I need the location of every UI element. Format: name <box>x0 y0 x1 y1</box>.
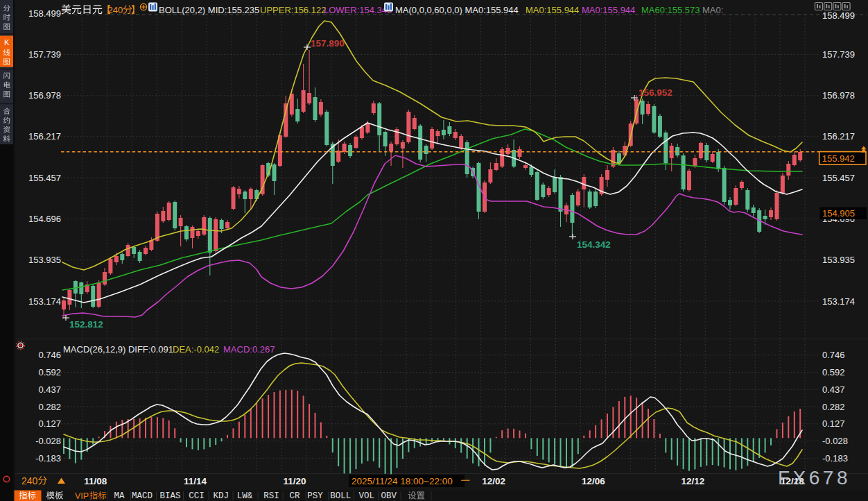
svg-text:MACD(26,12,9) DIFF:0.091: MACD(26,12,9) DIFF:0.091 <box>63 344 173 355</box>
svg-text:CR: CR <box>289 491 300 501</box>
svg-text:158.499: 158.499 <box>28 8 61 19</box>
svg-text:MA(0,0,0,60,0,0) MA0:155.944: MA(0,0,0,60,0,0) MA0:155.944 <box>395 5 519 15</box>
svg-text:RSI: RSI <box>263 491 279 501</box>
svg-text:154.696: 154.696 <box>28 214 61 224</box>
svg-text:0.592: 0.592 <box>822 367 845 377</box>
svg-text:153.935: 153.935 <box>28 255 61 265</box>
svg-text:VOL: VOL <box>359 491 375 501</box>
svg-text:-0.183: -0.183 <box>822 453 848 464</box>
svg-text:MA0:155.944: MA0:155.944 <box>582 5 635 15</box>
svg-text:BOLL(20,2) MID:155.235: BOLL(20,2) MID:155.235 <box>159 5 259 15</box>
svg-text:240: 240 <box>21 475 38 486</box>
svg-text:153.174: 153.174 <box>28 296 61 307</box>
svg-text:LW&: LW& <box>237 491 253 501</box>
svg-text:12/12: 12/12 <box>682 476 705 486</box>
svg-text:VIP: VIP <box>75 491 89 501</box>
svg-text:240: 240 <box>108 5 123 15</box>
svg-text:MA0:155.944: MA0:155.944 <box>526 5 579 15</box>
svg-text:MACD: MACD <box>132 491 153 501</box>
svg-text:0.746: 0.746 <box>38 350 61 360</box>
svg-text:K: K <box>4 38 10 46</box>
svg-text:-0.183: -0.183 <box>35 453 61 464</box>
svg-text:KDJ: KDJ <box>213 491 229 501</box>
svg-text:153.174: 153.174 <box>822 296 855 307</box>
svg-text:FX678: FX678 <box>778 467 851 489</box>
svg-text:BOLL: BOLL <box>330 491 351 501</box>
svg-text:153.935: 153.935 <box>822 255 855 265</box>
svg-text:157.890: 157.890 <box>311 38 345 49</box>
svg-text:155.457: 155.457 <box>822 173 855 183</box>
svg-text:12/02: 12/02 <box>482 476 505 486</box>
svg-text:11/14: 11/14 <box>184 476 207 486</box>
svg-text:155.457: 155.457 <box>28 173 61 183</box>
svg-text:-0.028: -0.028 <box>822 436 848 446</box>
svg-text:158.499: 158.499 <box>822 10 855 21</box>
svg-text:157.739: 157.739 <box>28 49 61 60</box>
svg-text:0.127: 0.127 <box>822 418 845 429</box>
svg-text:BIAS: BIAS <box>160 491 181 501</box>
svg-text:11/08: 11/08 <box>84 476 107 486</box>
svg-text:UPPER:156.122: UPPER:156.122 <box>260 5 326 15</box>
svg-text:0.592: 0.592 <box>38 367 61 377</box>
svg-text:156.952: 156.952 <box>639 87 672 98</box>
svg-text:CCI: CCI <box>189 491 205 501</box>
svg-text:156.978: 156.978 <box>28 90 61 101</box>
svg-text:LOWER:154.348: LOWER:154.348 <box>324 5 392 15</box>
svg-text:152.812: 152.812 <box>69 319 103 330</box>
svg-text:0.282: 0.282 <box>38 402 61 412</box>
svg-text:0.437: 0.437 <box>38 384 61 395</box>
svg-text:12/06: 12/06 <box>582 476 605 486</box>
svg-text:2025/11/24 18:00~22:00: 2025/11/24 18:00~22:00 <box>351 476 453 486</box>
svg-text:155.942: 155.942 <box>822 153 855 164</box>
svg-text:0.746: 0.746 <box>822 350 845 360</box>
svg-text:156.978: 156.978 <box>822 90 855 101</box>
svg-text:MA60:155.573: MA60:155.573 <box>641 5 700 15</box>
svg-text:OBV: OBV <box>381 491 397 501</box>
svg-text:MACD:0.267: MACD:0.267 <box>223 344 275 355</box>
svg-text:0.127: 0.127 <box>38 418 61 429</box>
svg-text:PSY: PSY <box>307 491 323 501</box>
svg-text:MA0:: MA0: <box>702 5 723 15</box>
svg-text:0.437: 0.437 <box>822 384 845 395</box>
svg-text:154.905: 154.905 <box>822 208 855 219</box>
svg-text:DEA:-0.042: DEA:-0.042 <box>173 344 219 355</box>
svg-text:156.217: 156.217 <box>822 131 855 142</box>
svg-text:156.217: 156.217 <box>28 131 61 142</box>
svg-text:11/20: 11/20 <box>283 476 306 486</box>
svg-text:MA: MA <box>114 491 125 501</box>
svg-text:0.282: 0.282 <box>822 402 845 412</box>
svg-text:-0.028: -0.028 <box>35 436 61 446</box>
svg-text:154.342: 154.342 <box>577 239 611 250</box>
svg-text:157.739: 157.739 <box>822 49 855 60</box>
